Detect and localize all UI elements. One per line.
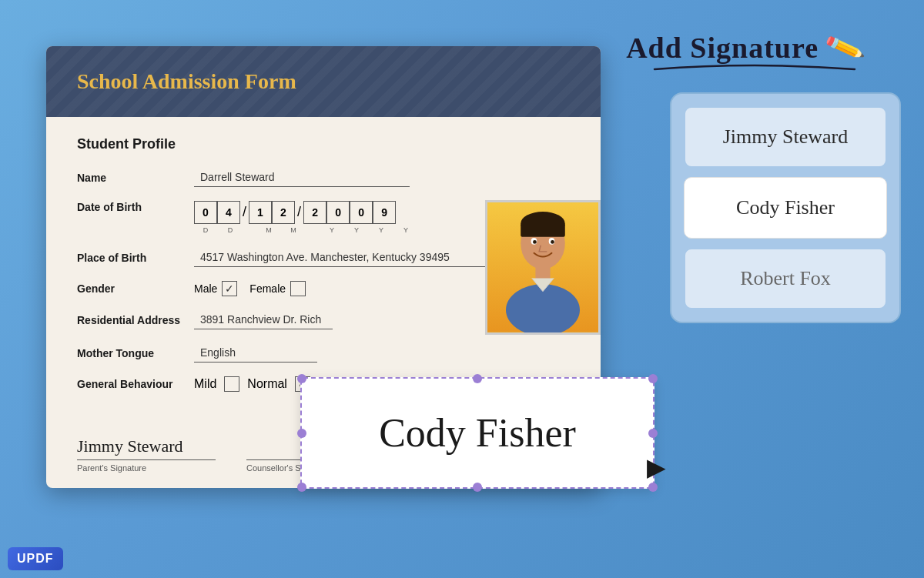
svg-point-10 [551, 240, 554, 244]
sig-robert-text: Robert Fox [740, 267, 831, 290]
sig-card-cody[interactable]: Cody Fisher [684, 177, 887, 239]
gender-female-label: Female [249, 282, 286, 295]
place-label: Place of Birth [77, 252, 185, 264]
dob-m2[interactable]: 2 [272, 201, 295, 224]
sig-card-jimmy[interactable]: Jimmy Steward [684, 106, 887, 168]
form-header: School Admission Form [46, 46, 601, 117]
floating-sig-text: Cody Fisher [379, 410, 576, 456]
parent-sig-role: Parent's Signature [77, 463, 146, 473]
gender-options: Male Female [194, 281, 306, 296]
parent-sig-area: Jimmy Steward Parent's Signature [77, 436, 231, 473]
tongue-input[interactable] [194, 343, 317, 363]
address-input[interactable] [194, 310, 333, 329]
dob-sub-labels: D D M M Y Y Y Y [194, 226, 417, 234]
name-label: Name [77, 172, 185, 184]
sig-cody-text: Cody Fisher [736, 196, 835, 219]
dob-sep1: / [243, 204, 246, 222]
name-row: Name [77, 168, 570, 187]
dob-d1[interactable]: 0 [194, 201, 217, 224]
tongue-row: Mother Tongue [77, 343, 570, 363]
svg-rect-5 [535, 266, 550, 279]
form-title: School Admission Form [77, 69, 296, 93]
handle-top-mid[interactable] [473, 374, 482, 383]
dob-m1[interactable]: 1 [249, 201, 272, 224]
behaviour-mild-checkbox[interactable] [224, 376, 239, 392]
gender-female-checkbox[interactable] [290, 281, 306, 296]
handle-top-left[interactable] [297, 374, 306, 383]
gender-male-label: Male [194, 282, 217, 295]
updf-logo: UPDF [8, 547, 63, 570]
dob-label: Date of Birth [77, 201, 185, 213]
tongue-label: Mother Tongue [77, 347, 185, 359]
dob-sep2: / [297, 204, 301, 222]
person-avatar-svg [487, 202, 598, 332]
behaviour-mild-label: Mild [194, 377, 216, 391]
gender-female-option: Female [249, 281, 306, 296]
handle-bottom-right[interactable] [648, 483, 658, 492]
behaviour-normal-label: Normal [247, 377, 287, 391]
dob-y2[interactable]: 0 [326, 201, 350, 224]
dob-y4[interactable]: 9 [373, 201, 396, 224]
handle-top-right[interactable] [648, 374, 658, 383]
gender-label: Gender [77, 282, 185, 295]
parent-sig-handwriting: Jimmy Steward [77, 436, 183, 456]
dob-y1[interactable]: 2 [303, 201, 326, 224]
place-input[interactable] [194, 248, 517, 267]
svg-rect-4 [521, 223, 565, 236]
behaviour-label: General Behaviour [77, 378, 185, 390]
behaviour-options: Mild Normal [194, 376, 310, 392]
address-label: Residential Address [77, 314, 185, 326]
sig-card-robert[interactable]: Robert Fox [684, 248, 887, 309]
gender-male-option: Male [194, 281, 237, 296]
handle-left-mid[interactable] [297, 429, 306, 438]
dob-boxes-row: 0 4 / 1 2 / 2 0 0 9 [194, 201, 417, 224]
name-input[interactable] [194, 168, 410, 187]
parent-sig-line [77, 459, 216, 460]
dob-d2[interactable]: 4 [217, 201, 240, 224]
handle-right-mid[interactable] [648, 429, 658, 438]
dob-container: 0 4 / 1 2 / 2 0 0 9 D D M M [194, 201, 417, 234]
dob-y3[interactable]: 0 [350, 201, 373, 224]
floating-signature-overlay[interactable]: Cody Fisher [300, 377, 654, 489]
handle-bottom-mid[interactable] [473, 483, 482, 492]
student-photo [485, 200, 601, 335]
gender-male-checkbox[interactable] [222, 281, 237, 296]
mouse-cursor: ▶ [647, 453, 666, 482]
signature-underline [647, 60, 862, 75]
svg-point-9 [533, 240, 537, 244]
section-title: Student Profile [77, 136, 570, 152]
handle-bottom-left[interactable] [297, 483, 306, 492]
sig-jimmy-text: Jimmy Steward [723, 125, 849, 149]
signature-panel: Jimmy Steward Cody Fisher Robert Fox [670, 92, 901, 323]
